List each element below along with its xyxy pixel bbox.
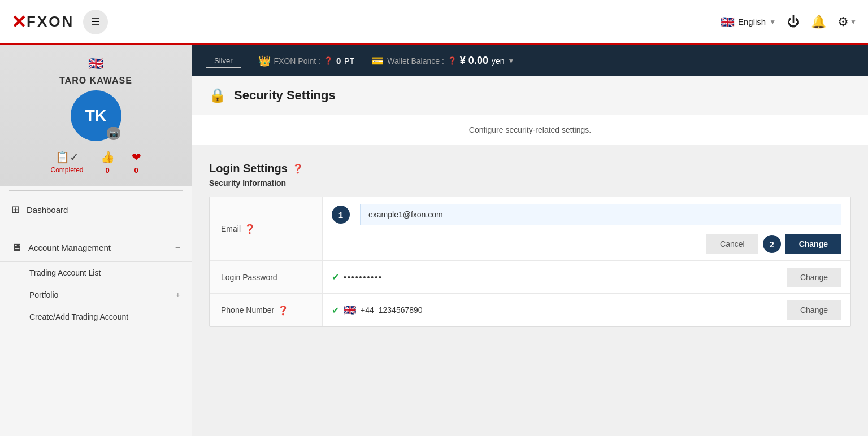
email-label-cell: Email ❓ xyxy=(210,197,323,260)
likes-value: 0 xyxy=(105,166,109,175)
password-form-row: Login Password ✔ •••••••••• Change xyxy=(210,261,850,294)
sidebar-profile: 🇬🇧 TARO KAWASE TK 📷 📋✓ Completed 👍 0 xyxy=(0,45,192,186)
wallet-value: ¥ 0.00 xyxy=(460,55,488,67)
email-input[interactable] xyxy=(360,204,841,225)
fxon-point-help-icon[interactable]: ❓ xyxy=(324,56,333,65)
sidebar-divider-1 xyxy=(9,190,183,191)
avatar-initials: TK xyxy=(85,107,106,125)
email-help-icon[interactable]: ❓ xyxy=(244,224,255,234)
page-subtitle: Configure security-related settings. xyxy=(192,115,868,145)
wallet-item: 💳 Wallet Balance : ❓ ¥ 0.00 yen ▼ xyxy=(371,55,514,67)
fxon-point-label: FXON Point : xyxy=(274,56,320,66)
sidebar-subitem-create-trading-account[interactable]: Create/Add Trading Account xyxy=(0,306,192,328)
info-bar: Silver 👑 FXON Point : ❓ 0 PT 💳 Wallet Ba… xyxy=(192,45,868,76)
phone-number: 1234567890 xyxy=(379,306,423,315)
sidebar: 🇬🇧 TARO KAWASE TK 📷 📋✓ Completed 👍 0 xyxy=(0,45,192,436)
email-label: Email xyxy=(221,224,241,233)
layout: 🇬🇧 TARO KAWASE TK 📷 📋✓ Completed 👍 0 xyxy=(0,45,868,436)
phone-change-button[interactable]: Change xyxy=(787,300,841,320)
avatar-wrapper: TK 📷 xyxy=(71,90,121,141)
fxon-point-value: 0 xyxy=(336,56,341,66)
page-title: Security Settings xyxy=(234,88,336,103)
step-1-badge: 1 xyxy=(332,206,350,224)
phone-country-code: +44 xyxy=(361,306,374,315)
logo-x-icon: ✕ xyxy=(11,11,27,33)
password-label-cell: Login Password xyxy=(210,261,323,293)
sidebar-subitem-label: Trading Account List xyxy=(29,268,101,277)
gear-chevron-icon: ▼ xyxy=(850,18,857,26)
password-value-cell: ✔ •••••••••• Change xyxy=(323,261,850,293)
step-2-badge: 2 xyxy=(763,235,781,253)
lock-icon: 🔒 xyxy=(209,88,226,103)
hamburger-button[interactable]: ☰ xyxy=(83,10,108,34)
avatar-camera-icon[interactable]: 📷 xyxy=(107,127,120,140)
user-name: TARO KAWASE xyxy=(59,76,132,86)
sidebar-item-account-management[interactable]: 🖥 Account Management − xyxy=(0,234,192,262)
completed-label: Completed xyxy=(50,166,83,174)
sidebar-dashboard-label: Dashboard xyxy=(27,205,180,215)
sidebar-subitem-trading-account-list[interactable]: Trading Account List xyxy=(0,262,192,284)
sidebar-create-label: Create/Add Trading Account xyxy=(29,312,128,321)
login-settings-row: Login Settings ❓ xyxy=(209,162,851,175)
settings-button[interactable]: ⚙ ▼ xyxy=(837,15,857,29)
wallet-unit: yen xyxy=(492,56,505,66)
email-form-row: Email ❓ 1 xyxy=(210,197,850,261)
portfolio-plus-icon: + xyxy=(176,290,180,299)
password-change-button[interactable]: Change xyxy=(787,268,841,287)
wallet-label: Wallet Balance : xyxy=(387,56,444,66)
language-selector[interactable]: 🇬🇧 English ▼ xyxy=(721,15,776,29)
logo-area: ✕ FXON ☰ xyxy=(11,10,108,34)
page-header: 🔒 Security Settings xyxy=(192,76,868,115)
phone-value-cell: ✔ 🇬🇧 +44 1234567890 Change xyxy=(323,294,850,326)
crown-icon: 👑 xyxy=(258,55,271,67)
profile-flag-icon: 🇬🇧 xyxy=(88,56,103,71)
stat-hearts: ❤ 0 xyxy=(132,150,141,175)
security-form-card: Email ❓ 1 xyxy=(209,197,851,327)
sidebar-subitem-portfolio[interactable]: Portfolio + xyxy=(0,284,192,306)
sidebar-portfolio-label: Portfolio xyxy=(29,290,58,299)
phone-check-icon: ✔ xyxy=(332,305,339,316)
email-row-inner: Email ❓ 1 xyxy=(210,197,850,260)
step-1-label: 1 xyxy=(338,210,343,220)
phone-form-row: Phone Number ❓ ✔ 🇬🇧 +44 1234567890 Chang… xyxy=(210,294,850,326)
account-management-icon: 🖥 xyxy=(11,242,21,254)
email-value-cell: 1 Cancel 2 xyxy=(323,197,850,260)
logo-text: FXON xyxy=(27,13,74,30)
email-change-group: 2 Change xyxy=(763,234,841,254)
login-settings-help-icon[interactable]: ❓ xyxy=(292,163,303,174)
login-settings-title: Login Settings xyxy=(209,162,288,175)
wallet-help-icon[interactable]: ❓ xyxy=(448,56,457,65)
email-input-row: 1 xyxy=(332,204,841,225)
chevron-down-icon: ▼ xyxy=(769,18,776,26)
sidebar-item-dashboard[interactable]: ⊞ Dashboard xyxy=(0,195,192,224)
avatar: TK 📷 xyxy=(71,90,121,141)
power-button[interactable]: ⏻ xyxy=(787,15,800,29)
password-dots: •••••••••• xyxy=(344,273,383,282)
stat-likes: 👍 0 xyxy=(101,150,115,175)
heart-icon: ❤ xyxy=(132,150,141,164)
language-label: English xyxy=(738,17,766,27)
thumbsup-icon: 👍 xyxy=(101,150,115,164)
completed-icon: 📋✓ xyxy=(55,150,79,164)
email-cancel-button[interactable]: Cancel xyxy=(706,234,758,254)
uk-flag-icon: 🇬🇧 xyxy=(721,15,735,29)
stat-completed: 📋✓ Completed xyxy=(50,150,83,175)
email-btn-row: Cancel 2 Change xyxy=(332,234,841,254)
silver-badge: Silver xyxy=(206,54,241,68)
topbar: ✕ FXON ☰ 🇬🇧 English ▼ ⏻ 🔔 ⚙ ▼ xyxy=(0,0,868,45)
wallet-icon: 💳 xyxy=(371,55,384,67)
email-change-button[interactable]: Change xyxy=(785,234,841,254)
notification-bell-icon[interactable]: 🔔 xyxy=(811,15,826,29)
phone-help-icon[interactable]: ❓ xyxy=(277,305,289,316)
main-content: Silver 👑 FXON Point : ❓ 0 PT 💳 Wallet Ba… xyxy=(192,45,868,436)
topbar-right: 🇬🇧 English ▼ ⏻ 🔔 ⚙ ▼ xyxy=(721,15,857,29)
section-content: Login Settings ❓ Security Information Em… xyxy=(192,145,868,344)
dashboard-icon: ⊞ xyxy=(11,203,20,216)
gear-icon: ⚙ xyxy=(837,15,849,29)
fxon-point-item: 👑 FXON Point : ❓ 0 PT xyxy=(258,55,355,67)
wallet-chevron-icon: ▼ xyxy=(507,57,514,65)
phone-flag-icon: 🇬🇧 xyxy=(344,304,356,316)
account-management-toggle: − xyxy=(175,243,180,253)
fxon-point-unit: PT xyxy=(344,56,354,66)
password-value-group: ✔ •••••••••• xyxy=(332,272,383,282)
